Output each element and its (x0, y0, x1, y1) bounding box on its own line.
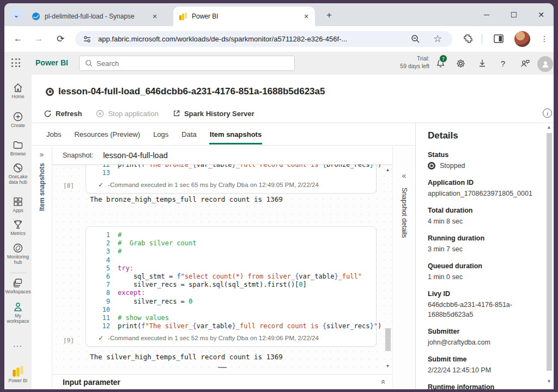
detail-livy-id: Livy ID646dcbb6-a231-4176-851a- 1688b5d6… (428, 290, 554, 319)
sidebar-item-home[interactable]: Home (4, 82, 32, 99)
url-text: app.fabric.microsoft.com/workloads/de-ds… (98, 35, 347, 43)
trophy-icon (13, 219, 23, 230)
close-button[interactable]: ✕ (527, 10, 554, 19)
stop-application-button[interactable]: Stop application (96, 110, 159, 118)
sidebar-divider (10, 273, 26, 273)
split-screen-icon[interactable] (494, 34, 504, 44)
tab-search-button[interactable]: ⌄ (10, 8, 23, 21)
spark-history-server-button[interactable]: Spark History Server (173, 110, 254, 118)
tab-title: pl-delimited-full-load - Synapse (45, 13, 150, 20)
detail-running-duration: Running duration3 min 7 sec (428, 234, 554, 254)
minimize-button[interactable]: ─ (473, 10, 500, 19)
detail-total-duration: Total duration4 min 8 sec (428, 207, 554, 226)
spark-monitor-main: lesson-04-full-load_646dcbb6-a231-4176-8… (32, 75, 554, 389)
browser-window: ⌄ pl-delimited-full-load - Synapse ✕ Pow… (4, 3, 554, 389)
collapse-up-icon[interactable]: « (379, 379, 388, 384)
home-icon (13, 82, 23, 93)
bookmark-star-icon[interactable]: ☆ (432, 33, 444, 45)
back-icon[interactable]: ← (12, 33, 24, 45)
close-tab-icon[interactable]: ✕ (150, 12, 159, 21)
scroll-up-icon[interactable]: ▲ (547, 124, 551, 131)
detail-status: Status Stopped (428, 151, 554, 171)
maximize-button[interactable]: ☐ (500, 10, 527, 19)
expand-left-icon[interactable]: « (393, 171, 415, 180)
sidebar-item-metrics[interactable]: Metrics (4, 219, 32, 236)
notebook-scrollbar[interactable]: ▲ ▼ (384, 167, 392, 370)
expand-right-icon[interactable]: » (32, 150, 52, 159)
detail-queued-duration: Queued duration1 min 0 sec (428, 262, 554, 282)
help-icon[interactable]: ? (497, 57, 509, 69)
sidebar-item-workspaces[interactable]: Workspaces (4, 278, 32, 294)
check-icon: ✓ (98, 334, 104, 342)
powerbi-header: Power BI Search Trial:59 days left 7 ? (4, 52, 554, 75)
notebook-cell: 1#2# Grab silver count3#45try:6 sql_stmt… (86, 226, 377, 347)
refresh-button[interactable]: Refresh (44, 110, 82, 118)
detail-runtime-information: Runtime information (428, 383, 554, 389)
waffle-icon[interactable] (11, 58, 21, 68)
strip-label[interactable]: Snapshot details (401, 188, 408, 238)
url-bar[interactable]: app.fabric.microsoft.com/workloads/de-ds… (75, 31, 452, 47)
sidebar-item-my-workspace[interactable]: My workspace (4, 301, 32, 324)
input-parameter-section[interactable]: Input parameter « (52, 374, 415, 389)
detail-submit-time: Submit time2/22/24 12:45:10 PM (428, 355, 554, 375)
feedback-icon[interactable] (519, 57, 531, 69)
notebook-cell: 1#2# Grab bronze count3#45try:6 sql_stmt… (86, 165, 377, 194)
info-icon[interactable]: i (543, 108, 552, 118)
tab-data[interactable]: Data (181, 124, 197, 144)
notifications-bell-icon[interactable]: 7 (434, 57, 446, 69)
tab-item-snapshots[interactable]: Item snapshots (209, 124, 262, 144)
stopped-status-icon (428, 162, 435, 170)
sidebar-item-onelake[interactable]: OneLake data hub (4, 162, 32, 185)
monitoring-icon (13, 243, 23, 254)
sidebar-item-monitoring-hub[interactable]: Monitoring hub (4, 243, 32, 265)
person-icon (13, 301, 23, 312)
browser-address-bar: ← → ⟳ app.fabric.microsoft.com/workloads… (4, 26, 554, 52)
close-tab-icon[interactable]: ✕ (302, 12, 311, 21)
browser-menu-icon[interactable]: ⋮ (538, 33, 550, 45)
external-link-icon (173, 110, 180, 117)
details-scrollbar[interactable]: ▲ ▼ (545, 124, 553, 385)
zoom-icon[interactable] (411, 34, 420, 44)
settings-gear-icon[interactable] (454, 57, 466, 69)
tab-resources[interactable]: Resources (Preview) (74, 124, 141, 144)
sidebar-item-powerbi[interactable]: Power BI (4, 365, 32, 383)
search-input[interactable]: Search (79, 56, 295, 71)
desktop-background: ⌄ pl-delimited-full-load - Synapse ✕ Pow… (0, 0, 558, 392)
window-controls: ─ ☐ ✕ (473, 3, 554, 26)
browser-profile-avatar[interactable] (514, 31, 530, 47)
extensions-icon[interactable] (463, 34, 473, 44)
tab-logs[interactable]: Logs (153, 124, 169, 144)
scroll-down-icon[interactable]: ▼ (547, 378, 551, 385)
trial-badge: Trial:59 days left (392, 55, 429, 70)
browser-tabbar: ⌄ pl-delimited-full-load - Synapse ✕ Pow… (4, 3, 554, 26)
details-panel: Details Status Stopped Application IDapp… (415, 123, 554, 389)
cell-execution-status: ✓-Command executed in 1 sec 65 ms by Cra… (90, 177, 376, 190)
strip-label[interactable]: Item snapshots (38, 163, 46, 211)
sidebar-item-create[interactable]: Create (4, 111, 32, 128)
scrollbar-thumb[interactable] (385, 328, 391, 351)
scroll-down-icon[interactable]: ▼ (386, 363, 390, 370)
download-icon[interactable] (476, 57, 488, 69)
refresh-icon (44, 110, 52, 118)
reload-icon[interactable]: ⟳ (54, 33, 66, 45)
scrollbar-thumb[interactable] (547, 133, 552, 371)
resize-handle[interactable] (218, 367, 227, 368)
cell-index-marker: [9] (63, 337, 74, 344)
site-settings-icon[interactable] (83, 35, 92, 44)
brand-logo[interactable]: Power BI (35, 58, 68, 67)
monitor-tabs: Jobs Resources (Preview) Logs Data Item … (32, 123, 415, 146)
forward-icon[interactable]: → (33, 33, 45, 45)
powerbi-icon (179, 12, 187, 21)
sidebar-more-button[interactable]: ... (4, 340, 32, 348)
sidebar-item-apps[interactable]: Apps (4, 196, 32, 213)
browser-tab-synapse[interactable]: pl-delimited-full-load - Synapse ✕ (26, 7, 163, 26)
snapshot-name: lesson-04-full-load (103, 151, 167, 160)
synapse-icon (32, 12, 40, 21)
new-tab-button[interactable]: + (323, 9, 336, 22)
scroll-up-icon[interactable]: ▲ (386, 167, 390, 173)
sidebar-item-browse[interactable]: Browse (4, 140, 32, 156)
browser-tab-powerbi[interactable]: Power BI ✕ (173, 7, 315, 26)
tab-title: Power BI (192, 13, 302, 20)
account-avatar[interactable] (537, 56, 553, 72)
tab-jobs[interactable]: Jobs (46, 124, 62, 144)
